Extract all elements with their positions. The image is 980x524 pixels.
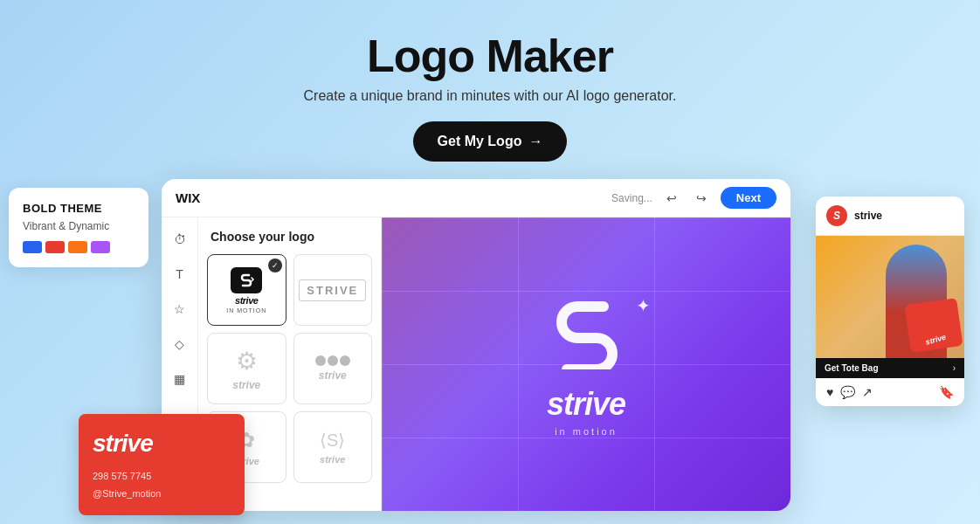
- logo-6-mark: ⟨S⟩: [320, 430, 345, 451]
- logo-option-1[interactable]: ✓ strive IN MOTION: [207, 254, 286, 326]
- insta-avatar: S: [826, 205, 847, 226]
- hero-section: Logo Maker Create a unique brand in minu…: [304, 0, 677, 162]
- insta-left-actions: ♥ 💬 ↗: [826, 385, 873, 399]
- canvas-s-mark: ✦: [534, 292, 638, 379]
- tote-bag-text: strive: [924, 333, 947, 347]
- canvas-star-icon: ✦: [636, 295, 651, 316]
- business-card-phone: 298 575 7745: [93, 468, 231, 486]
- insta-comment-icon[interactable]: 💬: [840, 385, 855, 399]
- swatch-red: [45, 241, 65, 253]
- bold-theme-label: BOLD THEME: [23, 202, 135, 215]
- insta-image: strive: [816, 236, 964, 358]
- logo-option-6[interactable]: ⟨S⟩ strive: [293, 411, 373, 483]
- editor-body: ⏱ T ☆ ◇ ▦ Choose your logo ✓: [162, 217, 790, 511]
- canvas-tagline: in motion: [555, 426, 618, 437]
- toolbar-grid-icon[interactable]: ▦: [169, 368, 191, 390]
- cta-label: Get My Logo: [438, 134, 522, 149]
- logo-4-dots: [315, 355, 350, 366]
- editor-undo-button[interactable]: ↩: [661, 188, 682, 209]
- logo-1-brand: strive: [235, 295, 258, 306]
- logo-1-s-mark: [231, 267, 262, 293]
- logo-option-4[interactable]: strive: [293, 333, 373, 404]
- editor-panel: WIX Saving... ↩ ↪ Next ⏱ T ☆ ◇ ▦ Choose …: [162, 179, 790, 511]
- insta-cta-arrow: ›: [953, 363, 956, 373]
- insta-header: S strive: [816, 196, 964, 236]
- tote-bag: strive: [904, 298, 963, 353]
- swatch-purple: [91, 241, 110, 253]
- insta-actions: ♥ 💬 ↗ 🔖: [816, 378, 964, 406]
- editor-saving-text: Saving...: [611, 192, 652, 204]
- dot-3: [340, 355, 350, 366]
- editor-topbar-right: Saving... ↩ ↪ Next: [611, 187, 776, 209]
- logo-option-2[interactable]: STRIVE: [293, 254, 373, 326]
- panel-title: Choose your logo: [207, 230, 372, 244]
- business-card-info: 298 575 7745 @Strive_motion: [93, 468, 231, 503]
- logo-1-tagline: IN MOTION: [226, 307, 266, 314]
- insta-bookmark-icon[interactable]: 🔖: [939, 385, 954, 399]
- toolbar-star-icon[interactable]: ☆: [169, 298, 191, 321]
- insta-cta-bar[interactable]: Get Tote Bag ›: [816, 358, 964, 378]
- insta-share-icon[interactable]: ↗: [862, 385, 873, 399]
- page-title: Logo Maker: [304, 31, 677, 81]
- logo-3-gear: ⚙: [236, 347, 258, 376]
- insta-like-icon[interactable]: ♥: [826, 385, 833, 399]
- selected-check: ✓: [268, 259, 282, 272]
- editor-canvas: ✦ strive in motion: [382, 217, 790, 511]
- editor-brand: WIX: [176, 190, 200, 205]
- logo-3-brand: strive: [232, 379, 260, 391]
- editor-topbar: WIX Saving... ↩ ↪ Next: [162, 179, 790, 217]
- cta-arrow: →: [528, 134, 542, 149]
- canvas-logo: ✦ strive in motion: [534, 292, 638, 437]
- insta-cta-text: Get Tote Bag: [825, 363, 878, 373]
- toolbar-text-icon[interactable]: T: [169, 263, 191, 286]
- hero-subtitle: Create a unique brand in minutes with ou…: [304, 88, 677, 104]
- logo-6-brand: strive: [320, 454, 345, 465]
- logo-2-brand: STRIVE: [299, 279, 366, 301]
- business-card-social: @Strive_motion: [93, 486, 231, 503]
- swatch-orange: [68, 241, 87, 253]
- canvas-s-letter: [542, 291, 630, 381]
- toolbar-time-icon[interactable]: ⏱: [169, 228, 191, 251]
- insta-username: strive: [854, 210, 882, 222]
- editor-redo-button[interactable]: ↪: [691, 188, 712, 209]
- bold-theme-card: BOLD THEME Vibrant & Dynamic: [9, 188, 148, 267]
- swatch-blue: [23, 241, 42, 253]
- dot-1: [315, 355, 326, 366]
- business-card: strive 298 575 7745 @Strive_motion: [79, 414, 245, 515]
- canvas-brand-name: strive: [547, 386, 625, 423]
- dot-2: [328, 355, 338, 366]
- bold-theme-sublabel: Vibrant & Dynamic: [23, 220, 135, 232]
- content-area: BOLD THEME Vibrant & Dynamic WIX Saving.…: [0, 179, 980, 524]
- business-card-brand: strive: [93, 430, 231, 458]
- toolbar-shape-icon[interactable]: ◇: [169, 333, 191, 355]
- instagram-card: S strive strive Get Tote Bag › ♥ 💬 ↗ 🔖: [816, 196, 964, 406]
- cta-button[interactable]: Get My Logo →: [413, 121, 568, 162]
- color-swatches: [23, 241, 135, 253]
- logo-4-brand: strive: [319, 369, 347, 382]
- editor-next-button[interactable]: Next: [721, 187, 776, 209]
- logo-option-3[interactable]: ⚙ strive: [207, 333, 286, 404]
